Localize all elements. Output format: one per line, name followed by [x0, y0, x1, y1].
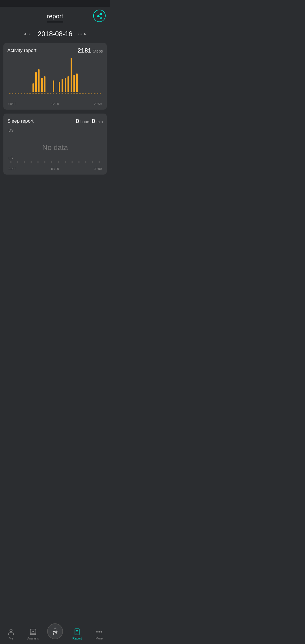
chart-bar-col-25 — [82, 58, 84, 94]
chart-dot-7 — [29, 93, 31, 94]
chart-bar-10 — [38, 69, 40, 92]
chart-bar-col-31 — [99, 58, 102, 94]
chart-dot-8 — [32, 93, 34, 94]
current-date: 2018-08-16 — [38, 30, 73, 38]
chart-bar-19 — [65, 78, 66, 92]
chart-bar-col-13 — [47, 58, 49, 94]
activity-bars — [7, 58, 103, 94]
sleep-dot-10 — [78, 161, 80, 163]
sleep-card: Sleep report 0 hours 0 min DS No data LS… — [3, 114, 107, 175]
chart-bar-col-29 — [93, 58, 96, 94]
chart-bar-col-6 — [26, 58, 28, 94]
chart-bar-12 — [44, 76, 45, 92]
chart-dot-9 — [35, 93, 37, 94]
chart-dot-15 — [53, 93, 54, 94]
ds-label: DS — [8, 128, 14, 132]
chart-bar-col-24 — [79, 58, 81, 94]
sleep-dot-3 — [30, 161, 32, 163]
chart-bar-col-7 — [29, 58, 31, 94]
chart-bar-col-3 — [17, 58, 19, 94]
sleep-dot-4 — [37, 161, 39, 163]
chart-dot-14 — [50, 93, 51, 94]
chart-bar-col-21 — [70, 58, 72, 94]
chart-bar-col-5 — [23, 58, 25, 94]
chart-bar-col-8 — [32, 58, 34, 94]
activity-steps-unit: Steps — [93, 49, 103, 53]
chart-bar-20 — [67, 76, 69, 92]
sleep-label-start: 21:00 — [8, 167, 16, 171]
sleep-dots — [7, 161, 103, 163]
sleep-card-title: Sleep report — [7, 118, 34, 124]
chart-dot-28 — [91, 93, 92, 94]
chart-bar-col-28 — [91, 58, 93, 94]
chart-dot-2 — [15, 93, 16, 94]
sleep-chart-labels: 21:00 03:00 09:00 — [7, 167, 103, 171]
sleep-label-end: 09:00 — [94, 167, 102, 171]
chart-bar-23 — [76, 73, 78, 92]
chart-dot-0 — [9, 93, 10, 94]
chart-dot-31 — [100, 93, 101, 94]
chart-bar-col-12 — [44, 58, 46, 94]
chart-bar-col-30 — [96, 58, 99, 94]
chart-bar-col-10 — [38, 58, 40, 94]
prev-date-button[interactable]: ◄ ••• — [23, 32, 32, 36]
sleep-dot-6 — [51, 161, 52, 163]
chart-dot-12 — [44, 93, 45, 94]
next-date-button[interactable]: ••• ► — [78, 32, 87, 36]
chart-dot-26 — [85, 93, 86, 94]
sleep-card-value: 0 hours 0 min — [76, 118, 103, 125]
chart-bar-col-19 — [64, 58, 66, 94]
next-dots-icon: ••• — [78, 32, 83, 36]
chart-dot-21 — [71, 93, 72, 94]
ls-label-row: LS — [7, 156, 103, 160]
chart-dot-29 — [94, 93, 95, 94]
sleep-dot-7 — [58, 161, 59, 163]
chart-bar-col-16 — [55, 58, 58, 94]
prev-arrow-icon: ◄ — [23, 32, 27, 36]
prev-dots-icon: ••• — [27, 32, 32, 36]
activity-card-header: Activity report 2181 Steps — [7, 47, 103, 54]
sleep-label-mid: 03:00 — [51, 167, 59, 171]
chart-bar-21 — [71, 58, 72, 92]
sleep-minutes-count: 0 — [91, 118, 95, 125]
chart-dot-11 — [41, 93, 43, 94]
sleep-dot-1 — [17, 161, 18, 163]
chart-dot-5 — [24, 93, 25, 94]
chart-dot-17 — [59, 93, 60, 94]
chart-bar-col-1 — [11, 58, 14, 94]
chart-bar-17 — [59, 82, 60, 92]
activity-steps-count: 2181 — [78, 47, 91, 54]
sleep-dot-5 — [44, 161, 45, 163]
chart-dot-3 — [18, 93, 19, 94]
chart-dot-23 — [76, 93, 78, 94]
status-bar — [0, 0, 110, 7]
sleep-hours-unit: hours — [80, 119, 90, 124]
chart-bar-col-11 — [41, 58, 43, 94]
chart-bar-col-22 — [73, 58, 75, 94]
chart-bar-col-2 — [14, 58, 17, 94]
chart-dot-24 — [79, 93, 81, 94]
activity-chart-labels: 00:00 12:00 23:59 — [7, 102, 103, 106]
main-scroll: ◄ ••• 2018-08-16 ••• ► Activity report 2… — [0, 25, 110, 204]
chart-dot-16 — [56, 93, 57, 94]
chart-bar-15 — [53, 80, 54, 92]
chart-bar-col-18 — [61, 58, 64, 94]
sleep-card-header: Sleep report 0 hours 0 min — [7, 118, 103, 125]
chart-dot-1 — [12, 93, 13, 94]
activity-card-title: Activity report — [7, 48, 36, 53]
chart-dot-13 — [47, 93, 49, 94]
chart-bar-11 — [41, 78, 43, 92]
chart-bar-col-17 — [58, 58, 60, 94]
ls-label: LS — [8, 156, 13, 160]
date-navigation: ◄ ••• 2018-08-16 ••• ► — [0, 25, 110, 43]
svg-line-4 — [99, 14, 100, 16]
share-button[interactable] — [93, 10, 106, 22]
chart-bar-col-4 — [20, 58, 23, 94]
header: report — [0, 7, 110, 25]
sleep-minutes-unit: min — [96, 119, 103, 124]
sleep-stage-labels: DS — [7, 128, 103, 132]
activity-card-value: 2181 Steps — [78, 47, 103, 54]
sleep-dot-13 — [99, 161, 100, 163]
sleep-dot-2 — [24, 161, 25, 163]
chart-dot-25 — [82, 93, 84, 94]
